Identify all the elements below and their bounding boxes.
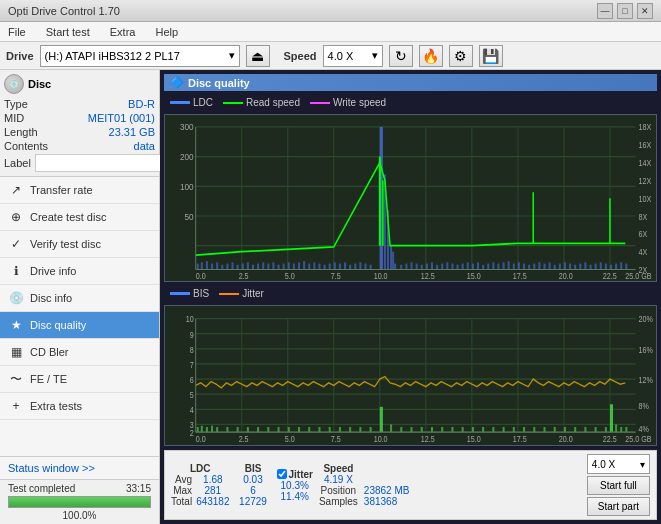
svg-text:10X: 10X	[639, 194, 652, 204]
burn-button[interactable]: 🔥	[419, 45, 443, 67]
menu-help[interactable]: Help	[151, 24, 182, 40]
svg-rect-74	[370, 265, 372, 270]
svg-rect-100	[497, 264, 499, 270]
eject-button[interactable]: ⏏	[246, 45, 270, 67]
speed-selector[interactable]: 4.0 X ▾	[323, 45, 383, 67]
svg-rect-178	[206, 427, 208, 432]
svg-rect-184	[257, 427, 259, 432]
svg-text:6X: 6X	[639, 230, 648, 240]
svg-rect-108	[538, 262, 540, 269]
disc-label-input[interactable]	[35, 154, 168, 172]
disc-quality-icon-header: 🔷	[170, 76, 184, 89]
disc-section: 💿 Disc Type BD-R MID MEIT01 (001) Length…	[0, 70, 159, 177]
disc-type-row: Type BD-R	[4, 98, 155, 110]
position-value: 23862 MB	[364, 485, 410, 496]
svg-rect-49	[242, 264, 244, 270]
settings-button[interactable]: ⚙	[449, 45, 473, 67]
refresh-button[interactable]: ↻	[389, 45, 413, 67]
disc-label-row: Label ✎	[4, 154, 155, 172]
svg-rect-194	[359, 427, 361, 432]
max-bis: 6	[250, 485, 256, 496]
svg-rect-182	[237, 427, 239, 432]
max-label: Max	[173, 485, 192, 496]
svg-rect-62	[308, 264, 310, 270]
nav-drive-info[interactable]: ℹ Drive info	[0, 258, 159, 285]
svg-rect-176	[197, 427, 199, 432]
drive-selector[interactable]: (H:) ATAPI iHBS312 2 PL17 ▾	[40, 45, 240, 67]
menu-extra[interactable]: Extra	[106, 24, 140, 40]
avg-bis: 0.03	[243, 474, 262, 485]
svg-rect-98	[487, 264, 489, 270]
svg-text:17.5: 17.5	[513, 435, 527, 445]
svg-rect-110	[549, 262, 551, 269]
nav-disc-info[interactable]: 💿 Disc info	[0, 285, 159, 312]
menu-file[interactable]: File	[4, 24, 30, 40]
control-buttons: 4.0 X ▾ Start full Start part	[587, 454, 650, 516]
nav-disc-quality[interactable]: ★ Disc quality	[0, 312, 159, 339]
svg-rect-68	[339, 264, 341, 270]
svg-text:18X: 18X	[639, 123, 652, 133]
svg-rect-55	[272, 262, 274, 269]
svg-rect-187	[288, 427, 290, 432]
svg-rect-177	[201, 426, 203, 432]
svg-rect-188	[298, 427, 300, 432]
legend-bis: BIS	[170, 288, 209, 299]
close-button[interactable]: ✕	[637, 3, 653, 19]
svg-rect-41	[201, 262, 203, 269]
nav-transfer-rate[interactable]: ↗ Transfer rate	[0, 177, 159, 204]
minimize-button[interactable]: —	[597, 3, 613, 19]
start-full-button[interactable]: Start full	[587, 476, 650, 495]
svg-rect-93	[462, 264, 464, 270]
svg-rect-117	[584, 262, 586, 269]
svg-text:12%: 12%	[639, 376, 653, 386]
nav-create-test-disc[interactable]: ⊕ Create test disc	[0, 204, 159, 231]
svg-rect-192	[339, 427, 341, 432]
status-window-link[interactable]: Status window >>	[0, 456, 159, 479]
svg-rect-102	[508, 261, 510, 269]
svg-rect-186	[278, 427, 280, 432]
svg-text:25.0 GB: 25.0 GB	[625, 271, 651, 281]
nav-fe-te[interactable]: 〜 FE / TE	[0, 366, 159, 393]
svg-text:7: 7	[190, 360, 194, 370]
svg-rect-0	[165, 115, 656, 281]
svg-rect-96	[477, 262, 479, 269]
svg-rect-56	[278, 265, 280, 270]
svg-text:22.5: 22.5	[603, 435, 617, 445]
svg-rect-181	[226, 427, 228, 432]
svg-text:16%: 16%	[639, 345, 653, 355]
svg-text:0.0: 0.0	[196, 435, 206, 445]
svg-rect-111	[554, 265, 556, 270]
legend-read-speed: Read speed	[223, 97, 300, 108]
nav-cd-bler[interactable]: ▦ CD Bler	[0, 339, 159, 366]
svg-rect-97	[482, 265, 484, 270]
jitter-checkbox[interactable]	[277, 469, 287, 479]
svg-rect-196	[380, 407, 383, 432]
svg-rect-104	[518, 262, 520, 269]
svg-text:10: 10	[186, 315, 194, 325]
menu-start-test[interactable]: Start test	[42, 24, 94, 40]
svg-text:25.0 GB: 25.0 GB	[625, 435, 651, 445]
svg-rect-99	[492, 262, 494, 269]
svg-rect-64	[318, 264, 320, 270]
svg-rect-115	[574, 265, 576, 270]
progress-status: Test completed	[8, 483, 75, 494]
start-part-button[interactable]: Start part	[587, 497, 650, 516]
maximize-button[interactable]: □	[617, 3, 633, 19]
svg-rect-189	[308, 427, 310, 432]
svg-rect-94	[467, 262, 469, 269]
create-test-disc-icon: ⊕	[8, 209, 24, 225]
svg-rect-207	[492, 427, 494, 432]
disc-quality-icon: ★	[8, 317, 24, 333]
svg-text:100: 100	[180, 181, 194, 192]
nav-extra-tests[interactable]: + Extra tests	[0, 393, 159, 420]
bottom-chart-legend: BIS Jitter	[164, 286, 657, 301]
svg-rect-118	[590, 265, 592, 270]
svg-rect-213	[554, 427, 556, 432]
jitter-header: Jitter	[289, 469, 313, 480]
chart-speed-selector[interactable]: 4.0 X ▾	[587, 454, 650, 474]
svg-text:200: 200	[180, 152, 194, 163]
legend-jitter: Jitter	[219, 288, 264, 299]
nav-verify-test-disc[interactable]: ✓ Verify test disc	[0, 231, 159, 258]
svg-rect-43	[211, 264, 213, 270]
save-button[interactable]: 💾	[479, 45, 503, 67]
